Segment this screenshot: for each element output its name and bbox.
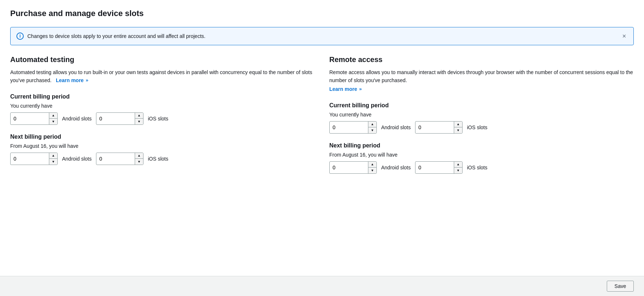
two-column-layout: Automated testing Automated testing allo… bbox=[10, 55, 634, 174]
remote-next-billing-subtitle: From August 16, you will have bbox=[329, 152, 634, 158]
automated-current-billing-subtitle: You currently have bbox=[10, 103, 315, 109]
remote-learn-more-link[interactable]: Learn more » bbox=[329, 86, 362, 92]
automated-section-title: Automated testing bbox=[10, 55, 315, 64]
automated-next-ios-input[interactable] bbox=[96, 154, 135, 164]
automated-next-android-input-wrapper: ▲ ▼ bbox=[10, 153, 58, 165]
automated-description: Automated testing allows you to run buil… bbox=[10, 68, 315, 85]
page-wrapper: Purchase and manage device slots i Chang… bbox=[0, 0, 644, 296]
automated-next-android-increment[interactable]: ▲ bbox=[49, 153, 57, 159]
remote-current-ios-spinners: ▲ ▼ bbox=[454, 122, 462, 133]
remote-next-android-decrement[interactable]: ▼ bbox=[368, 168, 376, 173]
close-banner-button[interactable]: × bbox=[621, 33, 628, 39]
remote-current-ios-input[interactable] bbox=[415, 122, 454, 132]
automated-current-android-decrement[interactable]: ▼ bbox=[49, 119, 57, 124]
save-button[interactable]: Save bbox=[607, 281, 634, 292]
remote-current-billing-subtitle: You currently have bbox=[329, 112, 634, 118]
remote-next-android-increment[interactable]: ▲ bbox=[368, 162, 376, 168]
remote-current-slots-row: ▲ ▼ Android slots ▲ ▼ iOS slots bbox=[329, 121, 634, 134]
automated-next-ios-decrement[interactable]: ▼ bbox=[135, 159, 143, 165]
remote-access-column: Remote access Remote access allows you t… bbox=[329, 55, 634, 174]
automated-learn-more-link[interactable]: Learn more » bbox=[56, 76, 88, 84]
automated-current-android-input[interactable] bbox=[11, 114, 49, 124]
automated-next-android-label: Android slots bbox=[62, 156, 92, 162]
remote-next-ios-increment[interactable]: ▲ bbox=[454, 162, 462, 168]
info-banner: i Changes to device slots apply to your … bbox=[10, 27, 634, 45]
automated-current-android-spinners: ▲ ▼ bbox=[49, 113, 57, 124]
automated-current-ios-input-wrapper: ▲ ▼ bbox=[96, 112, 143, 125]
automated-current-ios-spinners: ▲ ▼ bbox=[135, 113, 143, 124]
remote-current-ios-increment[interactable]: ▲ bbox=[454, 122, 462, 127]
automated-current-ios-decrement[interactable]: ▼ bbox=[135, 119, 143, 124]
remote-next-ios-spinners: ▲ ▼ bbox=[454, 162, 462, 173]
automated-next-ios-increment[interactable]: ▲ bbox=[135, 153, 143, 159]
remote-next-android-input[interactable] bbox=[330, 162, 368, 173]
automated-current-android-input-wrapper: ▲ ▼ bbox=[10, 112, 58, 125]
remote-next-ios-input[interactable] bbox=[415, 162, 454, 173]
automated-current-billing-title: Current billing period bbox=[10, 93, 315, 100]
footer-bar: Save bbox=[0, 276, 644, 296]
automated-next-billing-subtitle: From August 16, you will have bbox=[10, 143, 315, 149]
automated-current-ios-input[interactable] bbox=[96, 114, 135, 124]
info-icon: i bbox=[16, 32, 24, 40]
info-banner-left: i Changes to device slots apply to your … bbox=[16, 32, 206, 40]
remote-current-ios-label: iOS slots bbox=[467, 124, 487, 130]
remote-next-ios-label: iOS slots bbox=[467, 165, 487, 170]
remote-current-android-input-wrapper: ▲ ▼ bbox=[329, 121, 377, 134]
remote-next-ios-input-wrapper: ▲ ▼ bbox=[415, 161, 463, 174]
automated-next-billing-title: Next billing period bbox=[10, 134, 315, 140]
automated-next-ios-label: iOS slots bbox=[148, 156, 168, 162]
remote-current-android-label: Android slots bbox=[381, 124, 411, 130]
automated-current-ios-label: iOS slots bbox=[148, 116, 168, 122]
automated-next-android-decrement[interactable]: ▼ bbox=[49, 159, 57, 165]
automated-next-android-input[interactable] bbox=[11, 154, 49, 164]
remote-current-android-decrement[interactable]: ▼ bbox=[368, 127, 376, 133]
remote-current-android-increment[interactable]: ▲ bbox=[368, 122, 376, 127]
remote-learn-more-chevron-icon: » bbox=[358, 86, 362, 92]
automated-current-ios-increment[interactable]: ▲ bbox=[135, 113, 143, 119]
remote-current-ios-decrement[interactable]: ▼ bbox=[454, 127, 462, 133]
automated-current-android-label: Android slots bbox=[62, 116, 92, 122]
remote-next-slots-row: ▲ ▼ Android slots ▲ ▼ iOS slots bbox=[329, 161, 634, 174]
automated-current-slots-row: ▲ ▼ Android slots ▲ ▼ iOS slots bbox=[10, 112, 315, 125]
remote-next-billing-title: Next billing period bbox=[329, 142, 634, 149]
remote-next-ios-decrement[interactable]: ▼ bbox=[454, 168, 462, 173]
automated-testing-column: Automated testing Automated testing allo… bbox=[10, 55, 315, 174]
automated-current-android-increment[interactable]: ▲ bbox=[49, 113, 57, 119]
remote-next-android-spinners: ▲ ▼ bbox=[368, 162, 376, 173]
automated-next-slots-row: ▲ ▼ Android slots ▲ ▼ iOS slots bbox=[10, 153, 315, 165]
info-banner-text: Changes to device slots apply to your en… bbox=[27, 33, 206, 39]
remote-current-android-spinners: ▲ ▼ bbox=[368, 122, 376, 133]
learn-more-chevron-icon: » bbox=[84, 77, 88, 84]
automated-next-android-spinners: ▲ ▼ bbox=[49, 153, 57, 165]
remote-next-android-label: Android slots bbox=[381, 165, 411, 170]
automated-next-ios-spinners: ▲ ▼ bbox=[135, 153, 143, 165]
automated-next-ios-input-wrapper: ▲ ▼ bbox=[96, 153, 143, 165]
remote-description: Remote access allows you to manually int… bbox=[329, 68, 634, 85]
page-title: Purchase and manage device slots bbox=[10, 9, 634, 18]
remote-next-android-input-wrapper: ▲ ▼ bbox=[329, 161, 377, 174]
remote-current-billing-title: Current billing period bbox=[329, 102, 634, 109]
remote-section-title: Remote access bbox=[329, 55, 634, 64]
remote-current-android-input[interactable] bbox=[330, 122, 368, 132]
remote-current-ios-input-wrapper: ▲ ▼ bbox=[415, 121, 463, 134]
